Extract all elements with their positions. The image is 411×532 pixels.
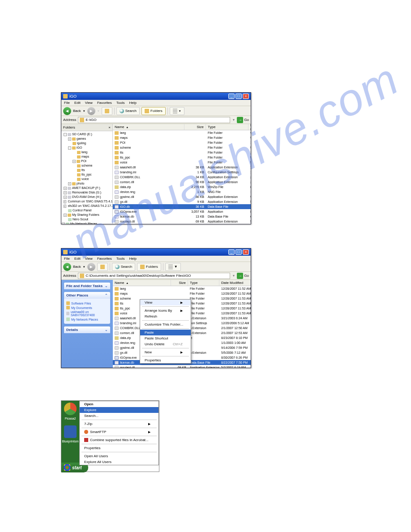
menu-tools[interactable]: Tools — [116, 101, 125, 105]
col-type[interactable]: Type — [206, 124, 248, 130]
tree-node[interactable]: -iGO — [62, 146, 112, 150]
col-size[interactable]: Size — [171, 280, 188, 286]
blueprints-icon[interactable] — [64, 425, 77, 438]
tree-node[interactable]: +AMET BACKUP (F:) — [62, 186, 112, 190]
file-row[interactable]: comsrc.dll90 KBApplication Extension2/1/… — [113, 180, 251, 184]
file-row[interactable]: rssolapl.dll69 KBApplication Extension5/… — [113, 365, 251, 368]
folders-button[interactable]: Folders — [137, 263, 161, 271]
menu-tools[interactable]: Tools — [116, 257, 125, 261]
file-row[interactable]: aaashell.dll38 KBApplication Extension3/… — [113, 165, 251, 170]
ctx-paste[interactable]: Paste — [140, 330, 191, 335]
file-row[interactable]: iGO.db36 KBData Base File12/16/2007 5:06… — [113, 204, 251, 209]
menu-edit[interactable]: Edit — [74, 101, 81, 105]
file-row[interactable]: license.db13 KBData Base File6/21/2007 2… — [113, 214, 251, 219]
chevron-icon[interactable]: ⌄ — [105, 284, 108, 288]
ctx-open[interactable]: Open — [80, 401, 158, 407]
menu-file[interactable]: File — [64, 257, 70, 261]
ctx-properties[interactable]: Properties — [80, 445, 158, 451]
menu-view[interactable]: View — [85, 257, 93, 261]
maximize-button[interactable]: □ — [235, 94, 242, 99]
tree-node[interactable]: maps — [62, 154, 112, 159]
tree-node[interactable]: +sfs302 on 'EMC-SNAS:T4.2.17.2 (vn — [62, 204, 112, 208]
address-field[interactable]: C:\Documents and Settings\uskhaa00\Deskt… — [78, 273, 230, 279]
expand-icon[interactable]: + — [64, 200, 66, 203]
tree-node[interactable]: tts_ppc — [62, 172, 112, 177]
expand-icon[interactable]: + — [64, 191, 67, 194]
ctx-customize[interactable]: Customize This Folder... — [140, 322, 191, 327]
go-button[interactable]: → — [237, 117, 243, 123]
search-button[interactable]: Search — [112, 263, 135, 271]
file-row[interactable]: mapsFile Folder9/14/2007 2:40 PM — [113, 135, 251, 140]
sidebar-link[interactable]: My Documents — [66, 306, 108, 309]
titlebar[interactable]: iGO _ □ × — [61, 93, 251, 100]
search-button[interactable]: Search — [116, 107, 140, 115]
file-row[interactable]: iGOpna.exe3,057 KBApplication8/31/2007 1… — [113, 209, 251, 214]
file-row[interactable]: tts_ppcFile Folder9/14/2007 2:40 PM — [113, 155, 251, 160]
file-row[interactable]: gx.dll9 KBApplication Extension5/5/2005 … — [113, 199, 251, 204]
file-row[interactable]: device.nng1 KBNNG File1/1/2006 12:00 PM — [113, 189, 251, 194]
file-row[interactable]: voiceFile Folder9/14/2007 2:40 PM — [113, 160, 251, 165]
ctx-view[interactable]: View▶ — [140, 300, 191, 305]
up-button[interactable] — [102, 107, 112, 115]
file-row[interactable]: COMBRK.DLL34 KBApplication Extension2/1/… — [113, 175, 251, 180]
maximize-button[interactable]: □ — [235, 249, 242, 255]
back-button[interactable]: ◄ — [63, 263, 71, 271]
expand-icon[interactable]: + — [64, 187, 67, 190]
sidebar-link[interactable]: My Network Places — [66, 317, 108, 321]
address-field[interactable]: E:\iGO — [78, 117, 230, 123]
tree-node[interactable]: lang — [62, 150, 112, 154]
menu-favorites[interactable]: Favorites — [97, 101, 112, 105]
tree-node[interactable]: scheme — [62, 163, 112, 168]
ctx-combine-acrobat[interactable]: Combine supported files in Acrobat... — [80, 437, 158, 443]
file-row[interactable]: rssolapl.dll69 KBApplication Extension5/… — [113, 219, 251, 224]
titlebar[interactable]: iGO _ □ × — [61, 249, 251, 256]
ctx-search[interactable]: Search... — [80, 413, 158, 419]
ctx-new[interactable]: New▶ — [140, 349, 191, 355]
sidebar-link[interactable]: uskhaa00 on SABV700237400 — [66, 310, 108, 317]
expand-icon[interactable]: - — [64, 133, 67, 136]
tree-node[interactable]: igoling — [62, 141, 112, 146]
menubar[interactable]: File Edit View Favorites Tools Help — [61, 256, 251, 262]
expand-icon[interactable]: + — [68, 182, 71, 185]
col-name[interactable]: Name ▲ — [113, 124, 184, 130]
ctx-undo[interactable]: Undo DeleteCtrl+Z — [140, 341, 191, 347]
menu-view[interactable]: View — [85, 101, 93, 105]
ctx-arrange[interactable]: Arrange Icons By▶ — [140, 308, 191, 313]
file-row[interactable]: ttsFile Folder1/1/2006 12:00 PM — [113, 150, 251, 155]
menu-favorites[interactable]: Favorites — [97, 257, 112, 261]
minimize-button[interactable]: _ — [228, 94, 235, 99]
tree-node[interactable]: +DVD-RAM Drive (H:) — [62, 195, 112, 199]
tree-node[interactable]: +Common on 'EMC-SNAS:T5.4.18.2 (u — [62, 199, 112, 204]
file-row[interactable]: mapsFile Folder12/28/2007 11:52 AM — [113, 291, 251, 296]
tree-node[interactable]: -SD CARD (E:) — [62, 132, 112, 137]
back-button[interactable]: ◄ — [63, 107, 71, 115]
file-row[interactable]: data.zip2,270 KBWinZip File8/24/2007 12:… — [113, 184, 251, 189]
expand-icon[interactable]: + — [64, 196, 67, 199]
file-row[interactable]: branding.ini1 KBConfiguration Settings12… — [113, 170, 251, 175]
ctx-open-all-users[interactable]: Open All Users — [80, 453, 158, 459]
chevron-icon[interactable]: ⌃ — [105, 293, 108, 297]
tree-node[interactable]: +Removable Disk (G:) — [62, 190, 112, 195]
tree-node[interactable]: Nero Scout — [62, 217, 112, 222]
col-date[interactable]: Date Modified — [219, 280, 251, 286]
expand-icon[interactable]: + — [64, 214, 67, 217]
expand-icon[interactable]: + — [64, 205, 66, 208]
file-row[interactable]: POIFile Folder1/1/2006 12:00 PM — [113, 140, 251, 145]
sidebar-link[interactable]: Software Files — [66, 301, 108, 305]
close-button[interactable]: × — [243, 249, 249, 255]
minimize-button[interactable]: _ — [228, 249, 235, 255]
file-folder-tasks-panel[interactable]: File and Folder Tasks⌄ — [64, 283, 110, 289]
file-row[interactable]: schemeFile Folder9/14/2007 2:40 PM — [113, 145, 251, 150]
tree-node[interactable]: voice — [62, 177, 112, 181]
tree-node[interactable]: Control Panel — [62, 208, 112, 213]
folders-button[interactable]: Folders — [141, 107, 166, 115]
ctx-properties[interactable]: Properties — [140, 357, 191, 363]
file-row[interactable]: gpstmc.dll86 KBApplication Extension9/15… — [113, 194, 251, 199]
chevron-icon[interactable]: ⌄ — [105, 328, 108, 332]
ctx-explore-all-users[interactable]: Explore All Users — [80, 459, 158, 465]
menu-file[interactable]: File — [64, 101, 70, 105]
ctx-smartftp[interactable]: SmartFTP ▶ — [80, 429, 158, 435]
forward-button[interactable]: ► — [87, 107, 95, 115]
menu-edit[interactable]: Edit — [74, 257, 81, 261]
menubar[interactable]: File Edit View Favorites Tools Help — [61, 100, 251, 106]
